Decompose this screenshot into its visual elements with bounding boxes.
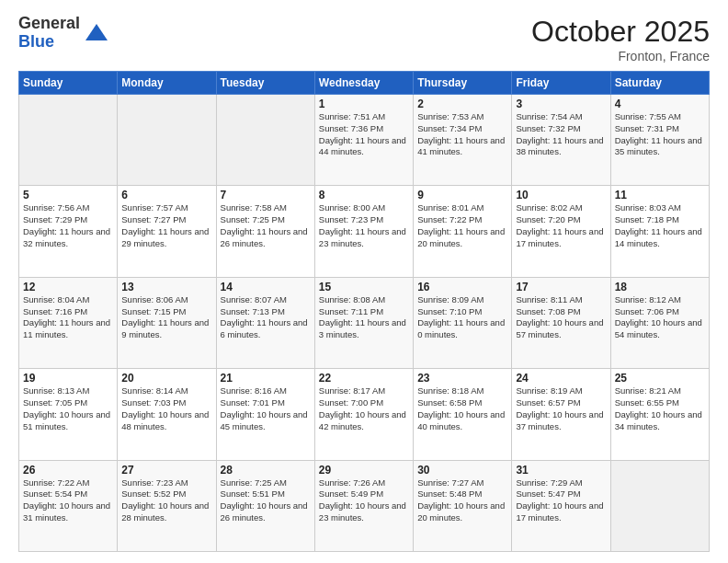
- calendar-cell: 15Sunrise: 8:08 AM Sunset: 7:11 PM Dayli…: [314, 277, 413, 368]
- calendar-cell: 22Sunrise: 8:17 AM Sunset: 7:00 PM Dayli…: [314, 369, 413, 460]
- calendar-cell: 8Sunrise: 8:00 AM Sunset: 7:23 PM Daylig…: [314, 186, 413, 277]
- day-number: 9: [417, 189, 507, 201]
- day-info: Sunrise: 7:25 AM Sunset: 5:51 PM Dayligh…: [221, 477, 311, 524]
- calendar-week-row: 19Sunrise: 8:13 AM Sunset: 7:05 PM Dayli…: [19, 369, 710, 460]
- day-info: Sunrise: 8:11 AM Sunset: 7:08 PM Dayligh…: [516, 294, 606, 341]
- day-number: 15: [319, 281, 409, 293]
- day-info: Sunrise: 7:54 AM Sunset: 7:32 PM Dayligh…: [516, 111, 606, 158]
- day-number: 8: [319, 189, 409, 201]
- calendar-cell: 20Sunrise: 8:14 AM Sunset: 7:03 PM Dayli…: [118, 369, 216, 460]
- col-thursday: Thursday: [414, 72, 512, 95]
- day-info: Sunrise: 8:16 AM Sunset: 7:01 PM Dayligh…: [221, 385, 311, 432]
- day-info: Sunrise: 7:56 AM Sunset: 7:29 PM Dayligh…: [23, 202, 113, 249]
- day-info: Sunrise: 8:12 AM Sunset: 7:06 PM Dayligh…: [615, 294, 705, 341]
- calendar-cell: 9Sunrise: 8:01 AM Sunset: 7:22 PM Daylig…: [414, 186, 512, 277]
- day-number: 12: [23, 281, 113, 293]
- calendar-week-row: 5Sunrise: 7:56 AM Sunset: 7:29 PM Daylig…: [19, 186, 710, 277]
- day-info: Sunrise: 8:09 AM Sunset: 7:10 PM Dayligh…: [417, 294, 507, 341]
- location: Fronton, France: [531, 49, 710, 63]
- day-number: 7: [221, 189, 311, 201]
- calendar-cell: [118, 95, 216, 186]
- logo: General Blue: [18, 15, 109, 52]
- day-info: Sunrise: 7:53 AM Sunset: 7:34 PM Dayligh…: [417, 111, 507, 158]
- logo-icon: [84, 20, 109, 46]
- calendar-cell: 30Sunrise: 7:27 AM Sunset: 5:48 PM Dayli…: [414, 460, 512, 551]
- day-info: Sunrise: 8:04 AM Sunset: 7:16 PM Dayligh…: [23, 294, 113, 341]
- calendar-header-row: Sunday Monday Tuesday Wednesday Thursday…: [19, 72, 710, 95]
- day-number: 19: [23, 372, 113, 385]
- day-info: Sunrise: 8:00 AM Sunset: 7:23 PM Dayligh…: [319, 202, 409, 249]
- day-number: 13: [121, 281, 211, 293]
- day-info: Sunrise: 8:17 AM Sunset: 7:00 PM Dayligh…: [319, 385, 409, 432]
- calendar-cell: 14Sunrise: 8:07 AM Sunset: 7:13 PM Dayli…: [216, 277, 314, 368]
- calendar-cell: 19Sunrise: 8:13 AM Sunset: 7:05 PM Dayli…: [19, 369, 118, 460]
- day-info: Sunrise: 8:21 AM Sunset: 6:55 PM Dayligh…: [615, 385, 705, 432]
- day-number: 23: [417, 372, 507, 385]
- day-info: Sunrise: 8:08 AM Sunset: 7:11 PM Dayligh…: [319, 294, 409, 341]
- calendar-cell: 31Sunrise: 7:29 AM Sunset: 5:47 PM Dayli…: [512, 460, 610, 551]
- day-info: Sunrise: 7:22 AM Sunset: 5:54 PM Dayligh…: [23, 477, 113, 524]
- calendar-cell: 24Sunrise: 8:19 AM Sunset: 6:57 PM Dayli…: [512, 369, 610, 460]
- day-number: 5: [23, 189, 113, 201]
- day-number: 26: [23, 464, 113, 477]
- day-info: Sunrise: 7:27 AM Sunset: 5:48 PM Dayligh…: [417, 477, 507, 524]
- logo-blue: Blue: [18, 33, 80, 52]
- day-number: 11: [615, 189, 705, 201]
- col-wednesday: Wednesday: [314, 72, 413, 95]
- day-number: 28: [221, 464, 311, 477]
- calendar-cell: 11Sunrise: 8:03 AM Sunset: 7:18 PM Dayli…: [610, 186, 709, 277]
- day-info: Sunrise: 7:29 AM Sunset: 5:47 PM Dayligh…: [516, 477, 606, 524]
- calendar-cell: 4Sunrise: 7:55 AM Sunset: 7:31 PM Daylig…: [610, 95, 709, 186]
- day-number: 16: [417, 281, 507, 293]
- day-number: 4: [615, 98, 705, 110]
- calendar-cell: 12Sunrise: 8:04 AM Sunset: 7:16 PM Dayli…: [19, 277, 118, 368]
- calendar-cell: 18Sunrise: 8:12 AM Sunset: 7:06 PM Dayli…: [610, 277, 709, 368]
- day-number: 25: [615, 372, 705, 385]
- day-number: 22: [319, 372, 409, 385]
- calendar-cell: 10Sunrise: 8:02 AM Sunset: 7:20 PM Dayli…: [512, 186, 610, 277]
- calendar-week-row: 12Sunrise: 8:04 AM Sunset: 7:16 PM Dayli…: [19, 277, 710, 368]
- calendar-table: Sunday Monday Tuesday Wednesday Thursday…: [18, 71, 710, 552]
- calendar-cell: 17Sunrise: 8:11 AM Sunset: 7:08 PM Dayli…: [512, 277, 610, 368]
- day-number: 24: [516, 372, 606, 385]
- day-number: 1: [319, 98, 409, 110]
- calendar-cell: 13Sunrise: 8:06 AM Sunset: 7:15 PM Dayli…: [118, 277, 216, 368]
- day-info: Sunrise: 8:14 AM Sunset: 7:03 PM Dayligh…: [121, 385, 211, 432]
- col-saturday: Saturday: [610, 72, 709, 95]
- day-info: Sunrise: 8:07 AM Sunset: 7:13 PM Dayligh…: [221, 294, 311, 341]
- day-info: Sunrise: 7:55 AM Sunset: 7:31 PM Dayligh…: [615, 111, 705, 158]
- day-number: 29: [319, 464, 409, 477]
- day-info: Sunrise: 8:18 AM Sunset: 6:58 PM Dayligh…: [417, 385, 507, 432]
- col-friday: Friday: [512, 72, 610, 95]
- calendar-cell: 3Sunrise: 7:54 AM Sunset: 7:32 PM Daylig…: [512, 95, 610, 186]
- day-info: Sunrise: 7:23 AM Sunset: 5:52 PM Dayligh…: [121, 477, 211, 524]
- day-number: 21: [221, 372, 311, 385]
- day-number: 2: [417, 98, 507, 110]
- calendar-cell: 2Sunrise: 7:53 AM Sunset: 7:34 PM Daylig…: [414, 95, 512, 186]
- day-number: 30: [417, 464, 507, 477]
- month-title: October 2025: [531, 15, 710, 49]
- calendar-cell: 29Sunrise: 7:26 AM Sunset: 5:49 PM Dayli…: [314, 460, 413, 551]
- day-info: Sunrise: 8:03 AM Sunset: 7:18 PM Dayligh…: [615, 202, 705, 249]
- calendar-cell: 25Sunrise: 8:21 AM Sunset: 6:55 PM Dayli…: [610, 369, 709, 460]
- day-info: Sunrise: 8:02 AM Sunset: 7:20 PM Dayligh…: [516, 202, 606, 249]
- day-number: 31: [516, 464, 606, 477]
- svg-rect-1: [93, 37, 100, 40]
- col-monday: Monday: [118, 72, 216, 95]
- day-info: Sunrise: 7:57 AM Sunset: 7:27 PM Dayligh…: [121, 202, 211, 249]
- logo-general: General: [18, 15, 80, 33]
- day-number: 6: [121, 189, 211, 201]
- day-info: Sunrise: 8:06 AM Sunset: 7:15 PM Dayligh…: [121, 294, 211, 341]
- col-tuesday: Tuesday: [216, 72, 314, 95]
- calendar-cell: 16Sunrise: 8:09 AM Sunset: 7:10 PM Dayli…: [414, 277, 512, 368]
- day-number: 10: [516, 189, 606, 201]
- day-info: Sunrise: 7:58 AM Sunset: 7:25 PM Dayligh…: [221, 202, 311, 249]
- day-info: Sunrise: 8:01 AM Sunset: 7:22 PM Dayligh…: [417, 202, 507, 249]
- calendar-cell: [216, 95, 314, 186]
- title-block: October 2025 Fronton, France: [531, 15, 710, 63]
- calendar-cell: [610, 460, 709, 551]
- day-number: 20: [121, 372, 211, 385]
- day-info: Sunrise: 7:51 AM Sunset: 7:36 PM Dayligh…: [319, 111, 409, 158]
- calendar-cell: 1Sunrise: 7:51 AM Sunset: 7:36 PM Daylig…: [314, 95, 413, 186]
- calendar-cell: 21Sunrise: 8:16 AM Sunset: 7:01 PM Dayli…: [216, 369, 314, 460]
